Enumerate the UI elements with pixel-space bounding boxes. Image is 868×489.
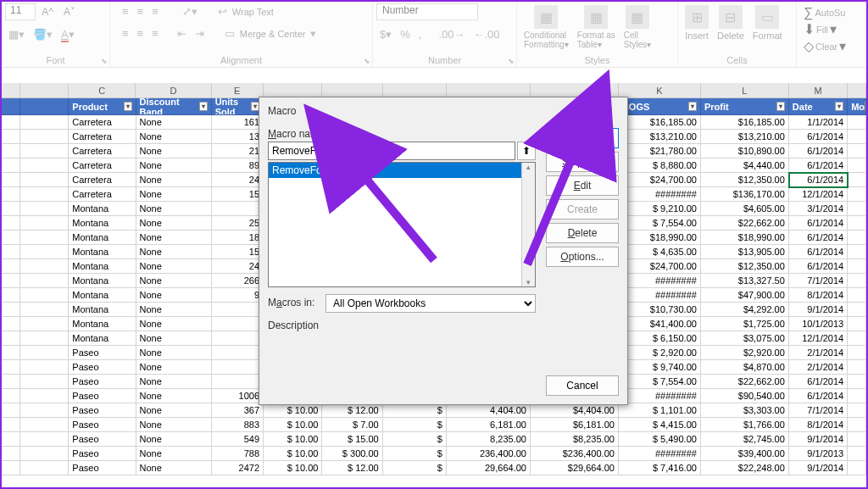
scroll-down-icon[interactable]: ▾: [526, 278, 531, 286]
align-right-icon[interactable]: ≡: [148, 25, 162, 42]
table-row[interactable]: PaseoNone2472$ 10.00$ 12.00$29,664.00$29…: [2, 461, 866, 475]
dialog-launcher-icon[interactable]: ⬊: [364, 57, 370, 65]
create-button: Create: [546, 199, 619, 219]
column-header[interactable]: L: [701, 83, 789, 98]
ribbon: 11 A^ A˅ ▦▾ 🪣▾ A▾ Font ⬊ ≡ ≡ ≡ ⤢▾ ↩ Wrap: [2, 2, 866, 68]
align-top-icon[interactable]: ≡: [119, 3, 132, 19]
number-format-selector[interactable]: Number: [376, 3, 478, 20]
column-header[interactable]: [2, 83, 20, 98]
align-left-icon[interactable]: ≡: [119, 25, 132, 42]
macro-name-input[interactable]: [268, 142, 515, 160]
fill-icon[interactable]: ⬇: [804, 21, 815, 37]
insert-button[interactable]: ⊞Insert: [682, 3, 712, 42]
indent-inc-icon[interactable]: ⇥: [192, 25, 208, 42]
ribbon-group-label: Font: [5, 53, 106, 67]
autosum-icon[interactable]: ∑: [804, 5, 813, 20]
macros-in-select[interactable]: All Open Workbooks: [326, 294, 536, 313]
format-button[interactable]: ▭Format: [749, 3, 786, 42]
column-header[interactable]: D: [136, 83, 211, 98]
edit-button[interactable]: Edit: [546, 175, 619, 196]
close-button[interactable]: ✕: [597, 103, 620, 119]
column-header[interactable]: [20, 83, 69, 98]
font-color-icon[interactable]: A▾: [58, 26, 78, 42]
collapse-icon[interactable]: ⬆: [517, 142, 536, 160]
table-row[interactable]: PaseoNone549$ 10.00$ 15.00$8,235.00$8,23…: [2, 432, 866, 447]
run-button[interactable]: Run: [546, 128, 619, 148]
column-header[interactable]: [848, 83, 866, 98]
macro-dialog: Macro ? ✕ Macro name: ⬆ RemoveFormatAsTa…: [259, 97, 628, 405]
column-header[interactable]: E: [212, 83, 264, 98]
conditional-formatting-button[interactable]: ▦ConditionalFormatting▾: [520, 3, 572, 51]
wrap-text-icon[interactable]: ↩: [214, 3, 231, 19]
dialog-launcher-icon[interactable]: ⬊: [508, 57, 515, 65]
align-bot-icon[interactable]: ≡: [148, 3, 162, 19]
currency-icon[interactable]: $▾: [376, 26, 395, 42]
percent-icon[interactable]: %: [397, 26, 414, 42]
align-mid-icon[interactable]: ≡: [134, 3, 147, 19]
align-center-icon[interactable]: ≡: [134, 25, 147, 42]
dec-decimal-icon[interactable]: ←.00: [470, 26, 504, 42]
font-size-selector[interactable]: 11: [5, 3, 36, 20]
inc-decimal-icon[interactable]: .00→: [435, 26, 468, 42]
table-header[interactable]: COGS▾: [619, 98, 701, 115]
table-header[interactable]: [20, 98, 69, 115]
comma-icon[interactable]: ,: [415, 26, 426, 42]
cancel-button[interactable]: Cancel: [546, 375, 619, 396]
indent-dec-icon[interactable]: ⇤: [174, 25, 190, 42]
increase-font-icon[interactable]: A^: [37, 4, 58, 19]
orient-icon[interactable]: ⤢▾: [179, 3, 201, 19]
table-header[interactable]: Discount Band▾: [136, 98, 212, 115]
table-header[interactable]: [2, 98, 20, 115]
column-header[interactable]: K: [619, 83, 701, 98]
macro-name-label: Macro name:: [268, 128, 536, 140]
table-row[interactable]: PaseoNone788$ 10.00$ 300.00$236,400.00$2…: [2, 447, 866, 461]
table-header[interactable]: Units Sold▾: [212, 98, 264, 115]
format-as-table-button[interactable]: ▦Format asTable▾: [574, 3, 619, 51]
table-header[interactable]: Profit▾: [701, 98, 789, 115]
table-row[interactable]: PaseoNone883$ 10.00$ 7.00$6,181.00$6,181…: [2, 418, 866, 432]
border-icon[interactable]: ▦▾: [5, 26, 28, 42]
dialog-title: Macro: [268, 105, 296, 117]
column-header[interactable]: C: [69, 83, 136, 98]
dialog-launcher-icon[interactable]: ⬊: [101, 57, 108, 65]
macros-in-label: Macros in:: [268, 297, 320, 308]
list-item[interactable]: RemoveFormatAsTable: [269, 163, 535, 178]
cell-styles-button[interactable]: ▦CellStyles▾: [620, 3, 654, 51]
decrease-font-icon[interactable]: A˅: [59, 4, 80, 19]
column-header[interactable]: M: [789, 83, 848, 98]
fill-color-icon[interactable]: 🪣▾: [30, 26, 56, 42]
options-button[interactable]: Options...: [546, 247, 619, 267]
table-header[interactable]: Product▾: [69, 98, 136, 115]
scroll-up-icon[interactable]: ▴: [526, 163, 531, 171]
table-header[interactable]: Mo▾: [848, 98, 866, 115]
delete-button[interactable]: Delete: [546, 223, 619, 243]
help-button[interactable]: ?: [570, 103, 590, 119]
macro-list[interactable]: RemoveFormatAsTable ▴▾: [268, 162, 536, 287]
delete-button[interactable]: ⊟Delete: [714, 3, 748, 42]
merge-icon[interactable]: ▭: [221, 25, 238, 42]
table-row[interactable]: PaseoNone367$ 10.00$ 12.00$4,404.00$4,40…: [2, 403, 866, 418]
clear-icon[interactable]: ◇: [804, 38, 814, 54]
table-header[interactable]: Date▾: [789, 98, 848, 115]
step-into-button[interactable]: Step Into: [546, 152, 619, 172]
description-label: Description: [268, 320, 536, 331]
